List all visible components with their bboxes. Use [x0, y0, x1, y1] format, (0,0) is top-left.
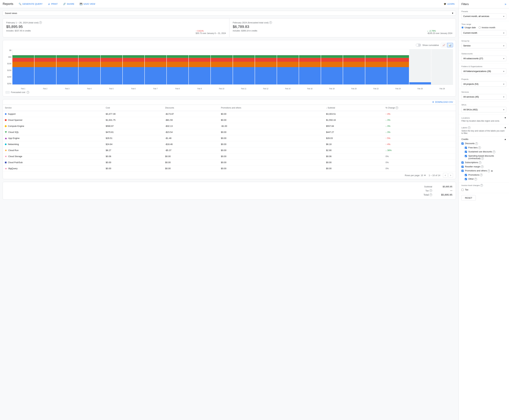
subscriptions-help-icon[interactable]: ? [479, 161, 481, 164]
table-row: ✚ Cloud Run $8.27 -$5.37 $0.00 $2.90 ↓ 3… [3, 147, 456, 153]
cumulative-toggle[interactable]: Show cumulative [416, 44, 439, 47]
save-view-button[interactable]: 💾 SAVE VIEW [78, 2, 97, 6]
invoice-month-input[interactable] [479, 26, 481, 29]
prev-page-button[interactable]: ‹ [443, 173, 448, 178]
forecast-help-icon[interactable]: ? [27, 91, 29, 94]
free-tiers-input[interactable] [465, 147, 467, 149]
promotions-checkbox[interactable]: Promotions ? [465, 173, 506, 177]
subaccounts-dropdown-wrap: All subaccounts (27) [461, 56, 506, 61]
other-help-icon[interactable]: ? [474, 178, 477, 180]
learn-button[interactable]: 🎓 LEARN [442, 2, 456, 6]
bar-segment [343, 62, 365, 67]
service-name-cell: ★ BigQuery [3, 165, 104, 172]
expand-filters-button[interactable]: » [505, 2, 506, 6]
bar-segment [277, 67, 299, 84]
credits-collapse-icon[interactable]: ▲ [504, 138, 506, 141]
folders-orgs-select[interactable]: All folders/organizations (28) [461, 68, 506, 74]
subscriptions-input[interactable] [461, 161, 464, 164]
free-tiers-help-icon[interactable]: ? [478, 146, 481, 149]
projects-select[interactable]: All projects (53) [461, 81, 506, 87]
service-name-cell: App Engine [3, 135, 104, 141]
subaccounts-select[interactable]: All subaccounts (27) [461, 56, 506, 61]
locations-note: Filter by location data like region and … [461, 120, 506, 122]
total-help-icon[interactable]: ? [429, 194, 432, 196]
discounts-input[interactable] [461, 142, 464, 145]
bar-group [101, 49, 122, 84]
change-cell: 0% [384, 153, 456, 159]
skus-select[interactable]: All SKUs (402) [461, 107, 506, 112]
free-tiers-checkbox[interactable]: Free tiers ? [465, 146, 506, 150]
discounts-cell: -$5.37 [163, 147, 219, 153]
rows-dropdown-icon[interactable]: ▼ [424, 174, 426, 177]
bar-segment [299, 56, 321, 58]
bar-segment [35, 58, 56, 62]
next-page-button[interactable]: › [448, 173, 453, 178]
tax-checkbox[interactable]: Tax [461, 188, 506, 192]
spending-based-input[interactable] [465, 155, 467, 157]
usage-date-radio[interactable]: Usage date [461, 26, 476, 29]
actual-cost-help-icon[interactable]: ? [39, 21, 42, 24]
print-button[interactable]: 🖨 PRINT [47, 2, 59, 6]
line-chart-button[interactable]: 📈 [441, 43, 447, 47]
reseller-margin-input[interactable] [461, 166, 464, 168]
promotions-cell: $0.00 [219, 135, 324, 141]
promotions-input[interactable] [465, 174, 467, 176]
reseller-margin-checkbox[interactable]: Reseller margin ? [461, 165, 506, 169]
services-select[interactable]: All services (45) [461, 94, 506, 100]
spending-based-help-icon[interactable]: ? [481, 157, 484, 160]
spending-based-checkbox[interactable]: Spending based discounts (contractual) ? [465, 154, 506, 161]
table-row: Networking $24.64 -$18.46 $0.00 $6.18 ↑ … [3, 141, 456, 147]
saved-views-dropdown[interactable]: Saved views ▼ [3, 11, 456, 16]
forecasted-cost-help-icon[interactable]: ? [269, 21, 272, 24]
projects-label: Projects [461, 78, 506, 80]
change-cell: 0% [384, 165, 456, 172]
presets-select[interactable]: Current month, all services [461, 14, 506, 19]
discounts-checkbox[interactable]: Discounts ? [461, 142, 506, 146]
sustained-use-checkbox[interactable]: Sustained use discounts ? [465, 150, 506, 154]
bar-segment [101, 58, 122, 62]
change-help-icon[interactable]: ? [396, 106, 398, 109]
invoice-month-radio[interactable]: Invoice month [479, 26, 495, 29]
time-period-select[interactable]: Current month Last month Last 3 months [461, 30, 506, 36]
sustained-use-input[interactable] [465, 151, 467, 153]
promotions-others-collapse-icon[interactable]: ▲ [491, 169, 493, 172]
usage-date-input[interactable] [461, 26, 464, 29]
col-promotions: Promotions and others [219, 105, 324, 111]
generate-query-button[interactable]: 🔍 GENERATE QUERY [17, 2, 44, 6]
forecasted-cost-change: ↓ -2.79% [427, 30, 452, 32]
reset-button[interactable]: RESET [461, 195, 476, 201]
promotions-others-checkbox[interactable]: Promotions and others ? ▲ [461, 169, 506, 173]
tax-input[interactable] [461, 189, 464, 191]
toggle-switch[interactable] [416, 44, 421, 47]
download-csv-button[interactable]: ⬇ DOWNLOAD CSV [432, 101, 453, 103]
promotions-others-input[interactable] [461, 170, 464, 172]
share-button[interactable]: 🔗 SHARE [62, 2, 76, 6]
reseller-margin-help-icon[interactable]: ? [481, 165, 484, 168]
subscriptions-checkbox[interactable]: Subscriptions ? [461, 160, 506, 165]
bar-group [79, 49, 100, 84]
promotions-others-help-icon[interactable]: ? [487, 170, 490, 172]
print-icon: 🖨 [48, 3, 50, 5]
sustained-use-help-icon[interactable]: ? [493, 150, 495, 153]
subtotal-cell: $1,550.16 [324, 117, 384, 123]
subtotal-cell: $0.06 [324, 153, 384, 159]
col-subtotal[interactable]: ↓ Subtotal [324, 105, 384, 111]
bar-chart-button[interactable]: 📊 [447, 43, 453, 47]
group-by-select[interactable]: Service Project SKU [461, 43, 506, 48]
table-row: App Engine $29.51 -$1.48 $0.00 $28.03 ↑ … [3, 135, 456, 141]
change-cell: 0% [384, 159, 456, 165]
locations-collapse-header[interactable]: Locations ▼ [461, 117, 506, 119]
labels-help-icon[interactable]: ? [468, 126, 471, 129]
bar-segment [145, 56, 166, 58]
bar-segment [189, 67, 210, 84]
discounts-help-icon[interactable]: ? [475, 142, 478, 145]
labels-collapse-header[interactable]: Labels ? ▼ [461, 126, 506, 129]
invoice-charges-help-icon[interactable]: ? [480, 184, 483, 187]
forecast-legend: Forecasted cost ? [6, 91, 453, 94]
other-checkbox[interactable]: Other ? [465, 177, 506, 181]
other-input[interactable] [465, 178, 467, 180]
chart-bars [12, 49, 453, 85]
tax-help-icon[interactable]: ? [429, 189, 432, 192]
promotions-help-icon[interactable]: ? [480, 173, 483, 176]
discounts-cell: -$1.48 [163, 135, 219, 141]
